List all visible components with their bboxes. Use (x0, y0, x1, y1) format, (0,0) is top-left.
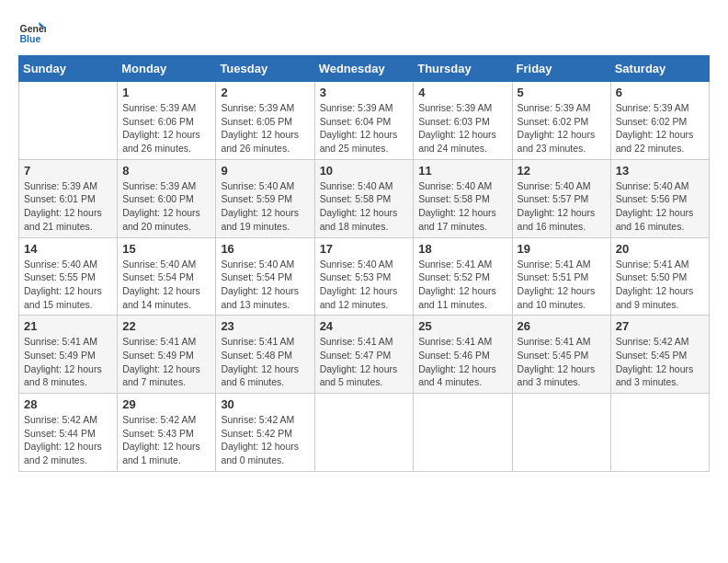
daylight-text: Daylight: 12 hours and 17 minutes. (418, 207, 496, 232)
day-info: Sunrise: 5:39 AM Sunset: 6:02 PM Dayligh… (518, 101, 606, 155)
day-number: 29 (122, 397, 210, 411)
calendar-cell: 16 Sunrise: 5:40 AM Sunset: 5:54 PM Dayl… (216, 237, 314, 316)
calendar-cell: 14 Sunrise: 5:40 AM Sunset: 5:55 PM Dayl… (19, 237, 118, 316)
sunset-text: Sunset: 6:02 PM (518, 116, 589, 127)
day-number: 13 (616, 164, 704, 178)
sunrise-text: Sunrise: 5:40 AM (418, 180, 492, 191)
header-row: SundayMondayTuesdayWednesdayThursdayFrid… (19, 56, 710, 82)
calendar-cell: 23 Sunrise: 5:41 AM Sunset: 5:48 PM Dayl… (216, 316, 314, 394)
sunrise-text: Sunrise: 5:39 AM (518, 102, 591, 113)
sunrise-text: Sunrise: 5:42 AM (122, 414, 196, 425)
sunrise-text: Sunrise: 5:39 AM (24, 180, 97, 191)
sunset-text: Sunset: 6:05 PM (221, 116, 292, 127)
calendar-cell: 28 Sunrise: 5:42 AM Sunset: 5:44 PM Dayl… (19, 394, 118, 472)
weekday-header: Wednesday (314, 56, 414, 82)
day-info: Sunrise: 5:41 AM Sunset: 5:51 PM Dayligh… (518, 258, 606, 312)
sunrise-text: Sunrise: 5:40 AM (122, 259, 196, 270)
sunrise-text: Sunrise: 5:41 AM (221, 336, 294, 347)
calendar-cell (610, 394, 709, 472)
daylight-text: Daylight: 12 hours and 25 minutes. (320, 129, 398, 154)
sunrise-text: Sunrise: 5:40 AM (221, 180, 294, 191)
calendar-cell: 27 Sunrise: 5:42 AM Sunset: 5:45 PM Dayl… (610, 316, 709, 394)
calendar-cell: 24 Sunrise: 5:41 AM Sunset: 5:47 PM Dayl… (314, 316, 414, 394)
sunrise-text: Sunrise: 5:40 AM (320, 259, 393, 270)
day-number: 17 (320, 242, 409, 256)
day-info: Sunrise: 5:40 AM Sunset: 5:57 PM Dayligh… (518, 179, 606, 234)
sunrise-text: Sunrise: 5:42 AM (24, 414, 97, 425)
daylight-text: Daylight: 12 hours and 13 minutes. (221, 285, 299, 310)
daylight-text: Daylight: 12 hours and 12 minutes. (320, 285, 398, 310)
daylight-text: Daylight: 12 hours and 1 minute. (122, 441, 200, 465)
day-info: Sunrise: 5:39 AM Sunset: 6:04 PM Dayligh… (320, 101, 409, 155)
weekday-header: Monday (118, 56, 216, 82)
calendar-cell: 15 Sunrise: 5:40 AM Sunset: 5:54 PM Dayl… (118, 237, 216, 316)
sunrise-text: Sunrise: 5:39 AM (122, 180, 196, 191)
sunrise-text: Sunrise: 5:42 AM (221, 414, 294, 425)
page-header: General Blue (18, 18, 710, 46)
day-info: Sunrise: 5:39 AM Sunset: 6:02 PM Dayligh… (616, 101, 704, 155)
calendar-header: SundayMondayTuesdayWednesdayThursdayFrid… (19, 56, 710, 82)
calendar-body: 1 Sunrise: 5:39 AM Sunset: 6:06 PM Dayli… (19, 82, 710, 472)
day-info: Sunrise: 5:39 AM Sunset: 6:06 PM Dayligh… (122, 101, 210, 155)
daylight-text: Daylight: 12 hours and 4 minutes. (418, 363, 496, 388)
day-info: Sunrise: 5:40 AM Sunset: 5:54 PM Dayligh… (221, 258, 309, 312)
daylight-text: Daylight: 12 hours and 23 minutes. (518, 129, 596, 154)
calendar-cell (414, 394, 512, 472)
calendar-cell (19, 82, 118, 160)
day-info: Sunrise: 5:39 AM Sunset: 6:01 PM Dayligh… (24, 179, 112, 234)
calendar-cell: 17 Sunrise: 5:40 AM Sunset: 5:53 PM Dayl… (314, 237, 414, 316)
calendar-cell: 26 Sunrise: 5:41 AM Sunset: 5:45 PM Dayl… (512, 316, 610, 394)
calendar-cell: 19 Sunrise: 5:41 AM Sunset: 5:51 PM Dayl… (512, 237, 610, 316)
daylight-text: Daylight: 12 hours and 14 minutes. (122, 285, 200, 310)
svg-text:Blue: Blue (20, 33, 41, 44)
sunrise-text: Sunrise: 5:40 AM (24, 259, 97, 270)
calendar-cell: 8 Sunrise: 5:39 AM Sunset: 6:00 PM Dayli… (118, 159, 216, 237)
sunset-text: Sunset: 6:02 PM (616, 116, 688, 127)
calendar-week-row: 7 Sunrise: 5:39 AM Sunset: 6:01 PM Dayli… (19, 159, 710, 237)
calendar-cell: 18 Sunrise: 5:41 AM Sunset: 5:52 PM Dayl… (414, 237, 512, 316)
sunrise-text: Sunrise: 5:41 AM (418, 336, 492, 347)
day-number: 4 (418, 86, 506, 99)
day-info: Sunrise: 5:40 AM Sunset: 5:53 PM Dayligh… (320, 258, 409, 312)
calendar-cell: 21 Sunrise: 5:41 AM Sunset: 5:49 PM Dayl… (19, 316, 118, 394)
sunset-text: Sunset: 6:00 PM (122, 193, 194, 204)
day-info: Sunrise: 5:41 AM Sunset: 5:48 PM Dayligh… (221, 335, 309, 389)
day-number: 18 (418, 242, 506, 256)
day-info: Sunrise: 5:42 AM Sunset: 5:45 PM Dayligh… (616, 335, 704, 389)
day-number: 27 (616, 319, 704, 333)
daylight-text: Daylight: 12 hours and 11 minutes. (418, 285, 496, 310)
sunset-text: Sunset: 5:57 PM (518, 193, 589, 204)
calendar-week-row: 21 Sunrise: 5:41 AM Sunset: 5:49 PM Dayl… (19, 316, 710, 394)
day-number: 22 (122, 319, 210, 333)
calendar-cell: 13 Sunrise: 5:40 AM Sunset: 5:56 PM Dayl… (610, 159, 709, 237)
day-number: 28 (24, 397, 112, 411)
sunrise-text: Sunrise: 5:39 AM (320, 102, 393, 113)
weekday-header: Saturday (610, 56, 709, 82)
day-info: Sunrise: 5:41 AM Sunset: 5:49 PM Dayligh… (24, 335, 112, 389)
sunrise-text: Sunrise: 5:41 AM (320, 336, 393, 347)
calendar-cell (314, 394, 414, 472)
day-number: 16 (221, 242, 309, 256)
daylight-text: Daylight: 12 hours and 20 minutes. (122, 207, 200, 232)
calendar-week-row: 1 Sunrise: 5:39 AM Sunset: 6:06 PM Dayli… (19, 82, 710, 160)
sunrise-text: Sunrise: 5:41 AM (122, 336, 196, 347)
day-info: Sunrise: 5:39 AM Sunset: 6:03 PM Dayligh… (418, 101, 506, 155)
sunset-text: Sunset: 5:42 PM (221, 428, 292, 439)
calendar-cell: 20 Sunrise: 5:41 AM Sunset: 5:50 PM Dayl… (610, 237, 709, 316)
daylight-text: Daylight: 12 hours and 0 minutes. (221, 441, 299, 465)
calendar-week-row: 14 Sunrise: 5:40 AM Sunset: 5:55 PM Dayl… (19, 237, 710, 316)
sunset-text: Sunset: 5:50 PM (616, 271, 688, 282)
calendar-cell: 3 Sunrise: 5:39 AM Sunset: 6:04 PM Dayli… (314, 82, 414, 160)
day-number: 1 (122, 86, 210, 99)
sunset-text: Sunset: 5:58 PM (320, 193, 392, 204)
sunrise-text: Sunrise: 5:39 AM (616, 102, 689, 113)
weekday-header: Thursday (414, 56, 512, 82)
calendar-cell: 22 Sunrise: 5:41 AM Sunset: 5:49 PM Dayl… (118, 316, 216, 394)
daylight-text: Daylight: 12 hours and 26 minutes. (221, 129, 299, 154)
logo-icon: General Blue (18, 18, 46, 46)
calendar-cell: 10 Sunrise: 5:40 AM Sunset: 5:58 PM Dayl… (314, 159, 414, 237)
daylight-text: Daylight: 12 hours and 7 minutes. (122, 363, 200, 388)
day-info: Sunrise: 5:42 AM Sunset: 5:42 PM Dayligh… (221, 413, 309, 467)
day-number: 9 (221, 164, 309, 178)
daylight-text: Daylight: 12 hours and 3 minutes. (616, 363, 694, 388)
